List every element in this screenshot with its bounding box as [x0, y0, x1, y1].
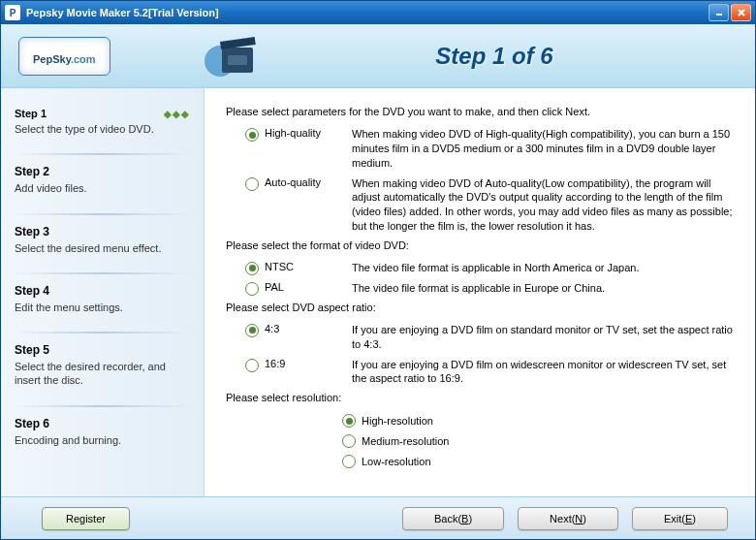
aspect-group: 4:3 If you are enjoying a DVD film on st… [245, 323, 734, 386]
sidebar-step-4: Step 4 Edit the menu settings. [15, 284, 190, 314]
radio-16-9[interactable] [245, 359, 259, 372]
app-window: P Pepsky Movie Maker 5.2[Trial Version] … [0, 0, 756, 540]
step-title: Step 1 of 6 [292, 43, 755, 70]
header: PepSky.com Step 1 of 6 [1, 24, 755, 88]
exit-button[interactable]: Exit(E) [632, 507, 728, 530]
footer: Register Back(B) Next(N) Exit(E) [1, 496, 755, 539]
radio-low-res[interactable] [342, 455, 356, 468]
sidebar-step-1: Step 1◆◆◆ Select the type of video DVD. [15, 108, 190, 136]
sidebar-step-3: Step 3 Select the desired menu effect. [15, 225, 190, 255]
close-button[interactable] [731, 4, 751, 21]
format-prompt: Please select the format of video DVD: [226, 239, 734, 251]
sidebar-step-5: Step 5 Select the desired recorder, and … [15, 343, 190, 388]
back-button[interactable]: Back(B) [402, 507, 504, 530]
radio-medium-res[interactable] [342, 434, 356, 448]
logo: PepSky.com [18, 37, 110, 76]
clapper-icon [205, 24, 292, 87]
content: Please select parameters for the DVD you… [205, 88, 755, 496]
active-dots-icon: ◆◆◆ [164, 109, 190, 119]
sidebar-step-6: Step 6 Encoding and burning. [15, 417, 190, 447]
resolution-group: High-resolution Medium-resolution Low-re… [342, 413, 734, 468]
aspect-prompt: Please select DVD aspect ratio: [226, 302, 734, 313]
logo-area: PepSky.com [1, 24, 205, 87]
sidebar: Step 1◆◆◆ Select the type of video DVD. … [1, 88, 205, 496]
body: Step 1◆◆◆ Select the type of video DVD. … [1, 88, 755, 496]
minimize-button[interactable] [709, 4, 729, 21]
sidebar-step-2: Step 2 Add video files. [15, 165, 190, 195]
radio-4-3[interactable] [245, 324, 259, 337]
radio-high-res[interactable] [342, 414, 356, 428]
svg-rect-5 [220, 37, 256, 49]
intro-text: Please select parameters for the DVD you… [226, 106, 734, 117]
radio-pal[interactable] [245, 282, 259, 296]
radio-auto-quality[interactable] [245, 177, 259, 191]
radio-high-quality[interactable] [245, 128, 259, 142]
app-icon: P [5, 5, 20, 20]
quality-group: High-quality When making video DVD of Hi… [245, 127, 734, 234]
window-title: Pepsky Movie Maker 5.2[Trial Version] [26, 7, 707, 18]
svg-rect-6 [228, 55, 247, 65]
next-button[interactable]: Next(N) [518, 507, 618, 530]
format-group: NTSC The video file format is applicable… [245, 261, 734, 296]
register-button[interactable]: Register [42, 507, 130, 530]
radio-ntsc[interactable] [245, 262, 259, 275]
titlebar: P Pepsky Movie Maker 5.2[Trial Version] [1, 1, 755, 24]
resolution-prompt: Please select resolution: [226, 392, 734, 403]
